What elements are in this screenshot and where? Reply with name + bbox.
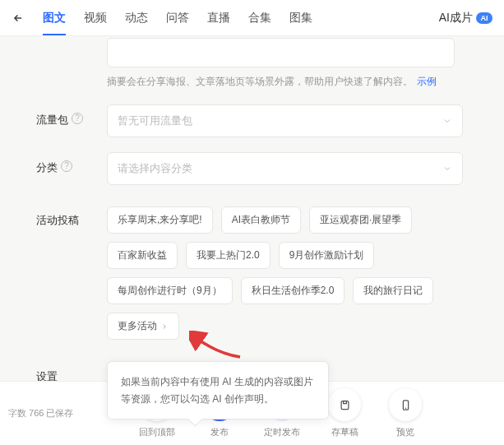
back-to-top-label: 回到顶部 xyxy=(139,426,175,438)
tab-video[interactable]: 视频 xyxy=(84,11,107,25)
tab-tuwen[interactable]: 图文 xyxy=(43,11,66,25)
phone-icon xyxy=(389,388,422,421)
activity-tags: 乐享周末,来分享吧! AI表白教师节 亚运观赛团·展望季 百家新收益 我要上热门… xyxy=(107,205,463,340)
help-icon[interactable]: ? xyxy=(61,160,72,172)
category-placeholder: 请选择内容分类 xyxy=(118,161,192,176)
chevron-down-icon xyxy=(442,164,452,174)
tab-wenda[interactable]: 问答 xyxy=(166,11,189,25)
category-select[interactable]: 请选择内容分类 xyxy=(107,152,463,185)
schedule-label: 定时发布 xyxy=(264,426,300,438)
activity-tag[interactable]: 9月创作激励计划 xyxy=(279,242,375,269)
ai-tab-label: AI成片 xyxy=(439,11,473,25)
activity-label: 活动投稿 xyxy=(36,205,107,340)
preview-label: 预览 xyxy=(396,426,414,438)
ai-declare-tooltip: 如果当前内容中有使用 AI 生成的内容或图片等资源，您可以勾选 AI 创作声明。 xyxy=(107,361,329,420)
traffic-placeholder: 暂无可用流量包 xyxy=(118,114,192,128)
svg-rect-2 xyxy=(343,401,346,403)
word-count-status: 字数 766 已保存 xyxy=(8,407,73,420)
help-icon[interactable]: ? xyxy=(72,113,83,124)
draft-label: 存草稿 xyxy=(331,426,358,438)
save-draft-button[interactable]: 存草稿 xyxy=(328,388,361,438)
traffic-select[interactable]: 暂无可用流量包 xyxy=(107,104,463,137)
tab-zhibo[interactable]: 直播 xyxy=(207,11,230,25)
abstract-hint: 摘要会在分享海报、文章落地页等场景外露，帮助用户快速了解内容。 示例 xyxy=(107,74,463,90)
activity-tag[interactable]: 秋日生活创作季2.0 xyxy=(241,277,345,304)
tab-ai-chengpian[interactable]: AI成片 AI xyxy=(439,11,492,25)
category-label: 分类 ? xyxy=(36,152,107,185)
more-activities-button[interactable]: 更多活动 xyxy=(107,313,179,340)
tab-heji[interactable]: 合集 xyxy=(248,11,271,25)
activity-tag[interactable]: AI表白教师节 xyxy=(221,206,301,234)
ai-badge-icon: AI xyxy=(476,12,492,24)
publish-label: 发布 xyxy=(210,426,229,438)
chevron-down-icon xyxy=(442,116,452,126)
abstract-example-link[interactable]: 示例 xyxy=(417,76,437,87)
back-icon[interactable] xyxy=(12,12,25,24)
svg-rect-1 xyxy=(341,401,349,409)
activity-tag[interactable]: 乐享周末,来分享吧! xyxy=(107,206,213,234)
top-tabs: 图文 视频 动态 问答 直播 合集 图集 AI成片 AI xyxy=(0,0,504,36)
tab-tuji[interactable]: 图集 xyxy=(289,11,312,25)
tab-dongtai[interactable]: 动态 xyxy=(125,11,148,25)
title-input[interactable] xyxy=(107,38,455,67)
activity-tag[interactable]: 我要上热门2.0 xyxy=(186,242,270,269)
abstract-hint-text: 摘要会在分享海报、文章落地页等场景外露，帮助用户快速了解内容。 xyxy=(107,76,413,87)
activity-tag[interactable]: 我的旅行日记 xyxy=(353,277,433,304)
save-icon xyxy=(328,388,361,421)
activity-tag[interactable]: 亚运观赛团·展望季 xyxy=(309,206,412,234)
more-activities-label: 更多活动 xyxy=(118,319,157,333)
preview-button[interactable]: 预览 xyxy=(389,388,422,438)
activity-tag[interactable]: 百家新收益 xyxy=(107,242,178,269)
traffic-label: 流量包 ? xyxy=(36,104,107,137)
activity-tag[interactable]: 每周创作进行时（9月） xyxy=(107,277,233,304)
